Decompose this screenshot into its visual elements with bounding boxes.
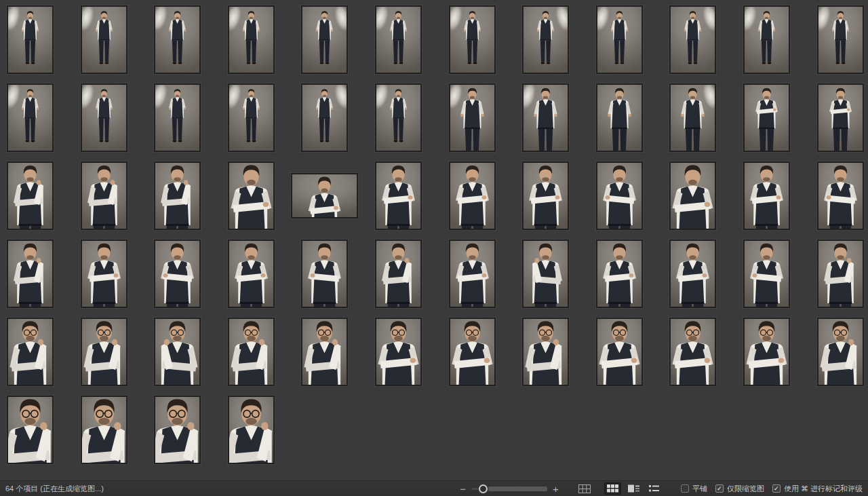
photo-thumbnail[interactable] bbox=[522, 318, 569, 386]
photo-thumbnail[interactable] bbox=[669, 83, 716, 152]
photo-thumbnail[interactable] bbox=[522, 5, 569, 74]
photo-thumbnail[interactable] bbox=[81, 83, 127, 152]
photo-thumbnail[interactable] bbox=[375, 240, 422, 308]
browser-options: 平铺✓仅限缩览图✓使用 ⌘ 进行标记和评级 bbox=[673, 484, 863, 494]
photo-thumbnail[interactable] bbox=[7, 396, 54, 464]
photo-thumbnail[interactable] bbox=[743, 83, 790, 152]
photo-thumbnail[interactable] bbox=[7, 5, 54, 74]
bridge-content-panel: 64 个项目 (正在生成缩览图...) − + bbox=[0, 0, 868, 496]
photo-thumbnail[interactable] bbox=[81, 161, 127, 230]
photo-thumbnail[interactable] bbox=[669, 240, 716, 308]
status-bar: 64 个项目 (正在生成缩览图...) − + bbox=[0, 480, 868, 496]
view-grid-lock-button[interactable] bbox=[576, 482, 593, 495]
photo-thumbnail[interactable] bbox=[449, 240, 496, 308]
photo-thumbnail[interactable] bbox=[228, 396, 275, 464]
photo-thumbnail[interactable] bbox=[743, 161, 790, 230]
photo-thumbnail[interactable] bbox=[228, 5, 275, 74]
photo-thumbnail[interactable] bbox=[228, 240, 275, 308]
photo-thumbnail[interactable] bbox=[669, 5, 716, 74]
option-tile-checkbox[interactable] bbox=[681, 484, 689, 493]
photo-thumbnail[interactable] bbox=[301, 240, 348, 308]
photo-thumbnail[interactable] bbox=[228, 83, 275, 152]
thumbnail-grid bbox=[0, 0, 868, 480]
photo-thumbnail[interactable] bbox=[7, 161, 54, 230]
image-with-text-icon bbox=[628, 484, 639, 495]
option-thumbnails-only[interactable]: ✓仅限缩览图 bbox=[715, 484, 764, 494]
photo-thumbnail[interactable] bbox=[449, 83, 496, 152]
photo-thumbnail[interactable] bbox=[7, 318, 54, 386]
photo-thumbnail[interactable] bbox=[522, 161, 569, 230]
photo-thumbnail[interactable] bbox=[154, 83, 201, 152]
list-lines-icon bbox=[649, 484, 659, 495]
photo-thumbnail[interactable] bbox=[596, 318, 643, 386]
option-tile-label: 平铺 bbox=[692, 484, 707, 494]
option-thumbnails-only-label: 仅限缩览图 bbox=[727, 484, 764, 494]
photo-thumbnail[interactable] bbox=[81, 5, 127, 74]
slider-track-left bbox=[471, 488, 478, 490]
option-tile[interactable]: 平铺 bbox=[681, 484, 707, 494]
photo-thumbnail[interactable] bbox=[228, 161, 275, 230]
photo-thumbnail[interactable] bbox=[522, 83, 569, 152]
photo-thumbnail[interactable] bbox=[301, 5, 348, 74]
thumbnail-smaller-button[interactable]: − bbox=[458, 484, 468, 494]
photo-thumbnail[interactable] bbox=[596, 5, 643, 74]
photo-thumbnail[interactable] bbox=[817, 5, 864, 74]
photo-thumbnail[interactable] bbox=[669, 318, 716, 386]
photo-thumbnail[interactable] bbox=[449, 5, 496, 74]
photo-thumbnail[interactable] bbox=[375, 5, 422, 74]
option-use-cmd-for-rating[interactable]: ✓使用 ⌘ 进行标记和评级 bbox=[772, 484, 863, 494]
photo-thumbnail[interactable] bbox=[301, 318, 348, 386]
photo-thumbnail[interactable] bbox=[743, 318, 790, 386]
photo-thumbnail[interactable] bbox=[154, 240, 201, 308]
view-mode-buttons bbox=[576, 482, 662, 495]
photo-thumbnail[interactable] bbox=[375, 83, 422, 152]
slider-track-right bbox=[488, 487, 547, 491]
photo-thumbnail[interactable] bbox=[154, 396, 201, 464]
photo-thumbnail[interactable] bbox=[375, 318, 422, 386]
photo-thumbnail[interactable] bbox=[596, 161, 643, 230]
photo-thumbnail[interactable] bbox=[81, 240, 127, 308]
view-thumbnails-button[interactable] bbox=[604, 482, 621, 495]
option-use-cmd-for-rating-checkbox[interactable]: ✓ bbox=[772, 484, 781, 493]
view-details-button[interactable] bbox=[625, 482, 642, 495]
slider-knob[interactable] bbox=[479, 484, 488, 493]
photo-thumbnail[interactable] bbox=[81, 396, 127, 464]
grid-outline-icon bbox=[578, 485, 591, 495]
option-thumbnails-only-checkbox[interactable]: ✓ bbox=[715, 484, 724, 493]
photo-thumbnail[interactable] bbox=[449, 318, 496, 386]
photo-thumbnail[interactable] bbox=[154, 318, 201, 386]
photo-thumbnail[interactable] bbox=[817, 161, 864, 230]
photo-thumbnail[interactable] bbox=[81, 318, 127, 386]
photo-thumbnail[interactable] bbox=[596, 83, 643, 152]
photo-thumbnail[interactable] bbox=[375, 161, 422, 230]
photo-thumbnail[interactable] bbox=[154, 161, 201, 230]
photo-thumbnail[interactable] bbox=[291, 173, 358, 218]
photo-thumbnail[interactable] bbox=[817, 240, 864, 308]
photo-thumbnail[interactable] bbox=[301, 83, 348, 152]
item-count-status: 64 个项目 (正在生成缩览图...) bbox=[5, 484, 104, 493]
photo-thumbnail[interactable] bbox=[817, 83, 864, 152]
photo-thumbnail[interactable] bbox=[743, 240, 790, 308]
photo-thumbnail[interactable] bbox=[7, 83, 54, 152]
photo-thumbnail[interactable] bbox=[449, 161, 496, 230]
photo-thumbnail[interactable] bbox=[817, 318, 864, 386]
thumbnail-larger-button[interactable]: + bbox=[551, 484, 561, 494]
photo-thumbnail[interactable] bbox=[743, 5, 790, 74]
grid-filled-icon bbox=[607, 484, 618, 495]
photo-thumbnail[interactable] bbox=[522, 240, 569, 308]
photo-thumbnail[interactable] bbox=[154, 5, 201, 74]
view-list-button[interactable] bbox=[646, 482, 662, 495]
option-use-cmd-for-rating-label: 使用 ⌘ 进行标记和评级 bbox=[784, 484, 863, 494]
photo-thumbnail[interactable] bbox=[228, 318, 275, 386]
photo-thumbnail[interactable] bbox=[669, 161, 716, 230]
photo-thumbnail[interactable] bbox=[7, 240, 54, 308]
photo-thumbnail[interactable] bbox=[596, 240, 643, 308]
thumbnail-size-slider[interactable] bbox=[471, 484, 547, 494]
